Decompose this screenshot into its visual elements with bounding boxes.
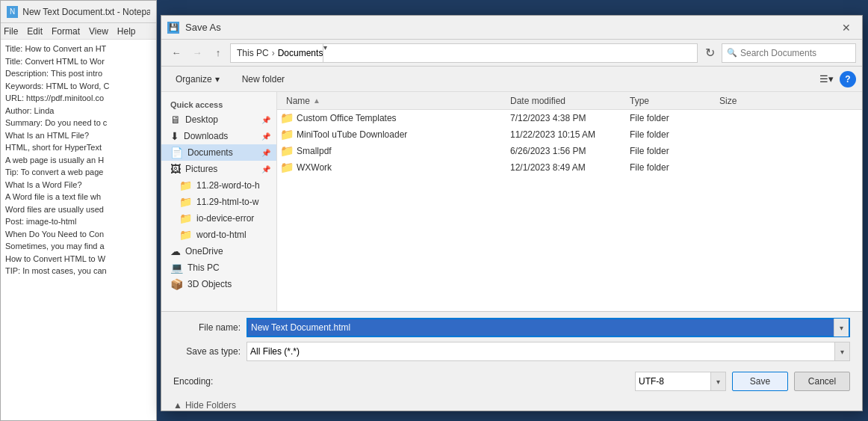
column-size[interactable]: Size [713, 96, 773, 106]
encoding-select-wrapper[interactable]: ▾ [635, 372, 726, 391]
save-as-dialog: 💾 Save As ✕ ← → ↑ This PC › Documents ▾ … [161, 15, 863, 411]
file-row[interactable]: 📁 Smallpdf 6/26/2023 1:56 PM File folder [277, 143, 862, 159]
sidebar-item-label-desktop: Desktop [185, 114, 257, 125]
notepad-line: Post: image-to-html [5, 215, 152, 228]
downloads-icon: ⬇ [170, 130, 179, 142]
encoding-dropdown-button[interactable]: ▾ [710, 372, 725, 390]
notepad-line: HTML, short for HyperText [5, 141, 152, 154]
search-box[interactable]: 🔍 [722, 43, 856, 63]
up-button[interactable]: ↑ [209, 44, 227, 62]
hide-folders-arrow: ▲ [173, 400, 182, 411]
notepad-line: Description: This post intro [5, 67, 152, 80]
menu-view[interactable]: View [89, 26, 108, 37]
dialog-body: Quick access 🖥Desktop📌⬇Downloads📌📄Docume… [161, 92, 862, 311]
menu-file[interactable]: File [4, 26, 18, 37]
search-input[interactable] [740, 48, 851, 58]
dialog-titlebar: 💾 Save As ✕ [161, 16, 862, 40]
sidebar-item-downloads[interactable]: ⬇Downloads📌 [161, 128, 276, 144]
notepad-titlebar: N New Text Document.txt - Notepad [1, 1, 156, 23]
toolbar-right: ☰ ▾ ? [816, 70, 856, 89]
folder-icon: 📁 [280, 144, 294, 158]
help-button[interactable]: ? [840, 71, 856, 87]
sidebar-item-desktop[interactable]: 🖥Desktop📌 [161, 111, 276, 128]
organize-label: Organize [176, 74, 212, 84]
sidebar-item-folder4[interactable]: 📁word-to-html [161, 227, 276, 243]
menu-help[interactable]: Help [117, 26, 136, 37]
encoding-input[interactable] [636, 372, 710, 390]
menu-format[interactable]: Format [52, 26, 80, 37]
quick-access-label: Quick access [170, 100, 270, 109]
filename-label: File name: [173, 322, 241, 333]
forward-button[interactable]: → [188, 44, 206, 62]
filename-input[interactable] [248, 319, 834, 336]
filename-dropdown-button[interactable]: ▾ [834, 319, 849, 337]
notepad-line: Sometimes, you may find a [5, 240, 152, 253]
sidebar: Quick access 🖥Desktop📌⬇Downloads📌📄Docume… [161, 92, 277, 311]
sidebar-item-folder1[interactable]: 📁11.28-word-to-h [161, 177, 276, 194]
address-dropdown-btn[interactable]: ▾ [323, 43, 338, 63]
savetype-input[interactable] [247, 342, 834, 360]
notepad-line: Title: How to Convert an HT [5, 43, 152, 55]
sidebar-item-label-3dobjects: 3D Objects [187, 279, 270, 289]
organize-arrow: ▾ [215, 74, 220, 84]
sidebar-item-label-onedrive: OneDrive [185, 246, 270, 256]
column-name[interactable]: Name ▲ [280, 96, 504, 106]
column-date-modified[interactable]: Date modified [504, 96, 624, 106]
sidebar-section-quickaccess: Quick access [161, 98, 276, 111]
file-date: 7/12/2023 4:38 PM [504, 113, 624, 123]
notepad-line: When Do You Need to Con [5, 228, 152, 241]
hide-folders-button[interactable]: ▲ Hide Folders [173, 400, 236, 411]
hide-folders-label: Hide Folders [185, 400, 236, 411]
path-thispc[interactable]: This PC [237, 48, 269, 58]
cancel-button[interactable]: Cancel [794, 372, 850, 391]
sidebar-item-3dobjects[interactable]: 📦3D Objects [161, 276, 276, 292]
encoding-label: Encoding: [173, 376, 213, 387]
savetype-select-wrapper[interactable]: ▾ [247, 342, 850, 361]
column-type[interactable]: Type [624, 96, 713, 106]
dialog-title: Save As [185, 22, 837, 33]
sidebar-item-label-documents: Documents [187, 147, 257, 158]
notepad-line: URL: https://pdf.minitool.co [5, 92, 152, 105]
file-row[interactable]: 📁 Custom Office Templates 7/12/2023 4:38… [277, 110, 862, 126]
pin-icon-pictures: 📌 [261, 165, 270, 173]
folder-icon: 📁 [280, 111, 294, 125]
search-icon: 🔍 [727, 48, 737, 58]
path-documents[interactable]: Documents [278, 48, 323, 58]
address-path[interactable]: This PC › Documents ▾ [230, 43, 698, 63]
notepad-content: Title: How to Convert an HTTitle: Conver… [1, 40, 156, 280]
new-folder-button[interactable]: New folder [234, 70, 293, 89]
sidebar-item-documents[interactable]: 📄Documents📌 [161, 144, 276, 161]
file-row[interactable]: 📁 WXWork 12/1/2023 8:49 AM File folder [277, 159, 862, 176]
sidebar-item-label-pictures: Pictures [185, 164, 257, 174]
file-row[interactable]: 📁 MiniTool uTube Downloader 11/22/2023 1… [277, 126, 862, 143]
notepad-window: N New Text Document.txt - Notepad File E… [0, 0, 157, 421]
notepad-line: What Is a Word File? [5, 179, 152, 191]
sidebar-item-pictures[interactable]: 🖼Pictures📌 [161, 161, 276, 177]
menu-edit[interactable]: Edit [27, 26, 43, 37]
file-type: File folder [624, 113, 713, 123]
sidebar-item-folder3[interactable]: 📁io-device-error [161, 210, 276, 227]
pictures-icon: 🖼 [170, 163, 181, 175]
file-list-body[interactable]: 📁 Custom Office Templates 7/12/2023 4:38… [277, 110, 862, 311]
savetype-dropdown-button[interactable]: ▾ [834, 342, 849, 360]
organize-button[interactable]: Organize ▾ [167, 70, 228, 89]
back-button[interactable]: ← [167, 44, 185, 62]
notepad-line: Word files are usually used [5, 203, 152, 216]
save-button[interactable]: Save [732, 372, 788, 391]
notepad-line: Summary: Do you need to c [5, 117, 152, 129]
refresh-button[interactable]: ↻ [701, 44, 719, 62]
notepad-icon: N [7, 6, 18, 18]
notepad-line: What Is an HTML File? [5, 129, 152, 142]
sidebar-item-thispc[interactable]: 💻This PC [161, 259, 276, 276]
sidebar-item-onedrive[interactable]: ☁OneDrive [161, 243, 276, 259]
folder3-icon: 📁 [179, 212, 192, 224]
notepad-title: New Text Document.txt - Notepad [22, 7, 150, 17]
sidebar-item-folder2[interactable]: 📁11.29-html-to-w [161, 194, 276, 210]
pin-icon-desktop: 📌 [261, 116, 270, 124]
file-type: File folder [624, 129, 713, 140]
dialog-close-button[interactable]: ✕ [837, 18, 856, 37]
sidebar-item-label-folder3: io-device-error [196, 213, 270, 224]
filename-input-wrapper[interactable]: ▾ [247, 318, 850, 337]
file-name: Smallpdf [297, 146, 504, 156]
view-button[interactable]: ☰ ▾ [816, 70, 837, 89]
